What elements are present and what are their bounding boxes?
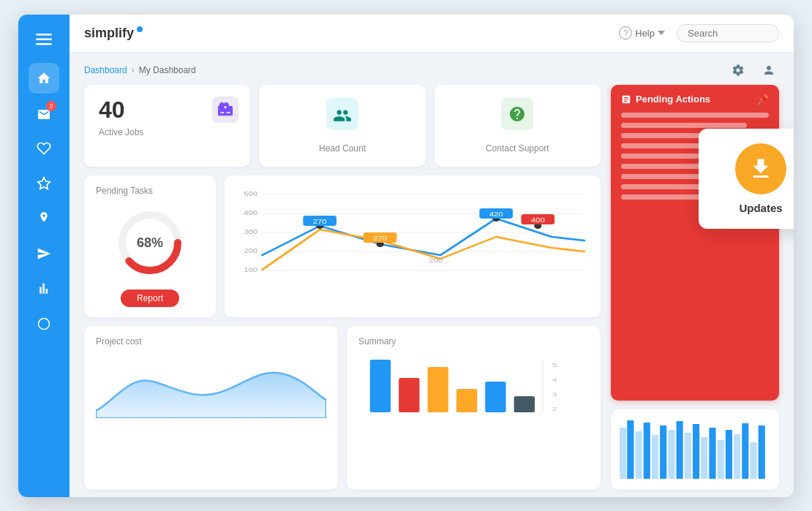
project-cost-card: Project cost [84, 326, 338, 490]
content: 40 Active Jobs Head Count [69, 85, 794, 497]
project-cost-title: Project cost [96, 336, 326, 347]
sidebar-item-favorites[interactable] [29, 133, 59, 164]
svg-marker-3 [38, 177, 50, 189]
right-panel: Pending Actions 📌 [611, 85, 779, 490]
breadcrumb-actions [728, 60, 779, 80]
svg-rect-54 [726, 430, 732, 479]
svg-text:100: 100 [244, 266, 257, 273]
svg-text:270: 270 [373, 235, 387, 242]
svg-rect-43 [635, 431, 642, 479]
breadcrumb: Dashboard › My Dashboard [84, 65, 196, 75]
action-line-8 [621, 184, 702, 189]
svg-rect-44 [644, 423, 650, 479]
pending-tasks-card: Pending Tasks 68% Report [84, 175, 216, 317]
svg-rect-50 [693, 424, 699, 479]
content-left: 40 Active Jobs Head Count [84, 85, 601, 490]
svg-text:420: 420 [489, 211, 503, 218]
svg-text:400: 400 [531, 216, 545, 224]
sidebar-item-mail[interactable]: 2 [29, 98, 59, 129]
svg-rect-45 [652, 435, 658, 479]
pending-tasks-title: Pending Tasks [96, 186, 153, 196]
mail-badge: 2 [46, 101, 56, 111]
svg-rect-49 [685, 433, 691, 479]
svg-rect-48 [677, 421, 683, 479]
svg-rect-2 [36, 43, 52, 45]
sidebar-item-location[interactable] [29, 203, 59, 234]
svg-rect-32 [428, 367, 448, 412]
contact-support-label: Contact Support [486, 143, 549, 154]
pending-actions-title: Pending Actions [621, 94, 710, 105]
svg-rect-53 [718, 440, 724, 479]
stat-cards-row: 40 Active Jobs Head Count [84, 85, 601, 167]
svg-text:5: 5 [552, 361, 557, 368]
sidebar-item-circle[interactable] [29, 309, 59, 339]
head-count-label: Head Count [319, 143, 366, 154]
main-area: simplify ? Help Dashboard › My Dashboard [69, 15, 794, 497]
svg-point-4 [39, 318, 50, 329]
svg-text:270: 270 [313, 218, 327, 225]
svg-text:300: 300 [244, 228, 257, 235]
svg-rect-1 [36, 38, 52, 40]
report-button[interactable]: Report [121, 289, 179, 307]
contact-support-icon [501, 98, 533, 130]
svg-text:2: 2 [552, 405, 557, 412]
svg-rect-47 [668, 430, 674, 479]
app-container: 2 simplify ? [18, 15, 794, 497]
help-circle-icon: ? [619, 26, 632, 39]
action-line-1 [621, 113, 769, 118]
summary-title: Summary [358, 336, 589, 347]
line-chart-card: 500 400 300 200 100 [225, 175, 601, 317]
contact-support-card: Contact Support [435, 85, 601, 167]
menu-icon[interactable] [30, 28, 58, 51]
sidebar: 2 [18, 15, 69, 497]
updates-label: Updates [739, 202, 782, 214]
svg-rect-55 [734, 434, 740, 479]
svg-rect-0 [36, 34, 52, 36]
svg-rect-33 [456, 389, 477, 412]
sidebar-item-analytics[interactable] [29, 273, 59, 304]
sidebar-item-home[interactable] [29, 63, 59, 94]
help-button[interactable]: ? Help [619, 26, 665, 39]
head-count-card: Head Count [259, 85, 425, 167]
active-jobs-label: Active Jobs [99, 127, 236, 137]
profile-button[interactable] [759, 60, 779, 80]
sidebar-item-star[interactable] [29, 168, 59, 199]
pending-actions-card: Pending Actions 📌 [611, 85, 779, 401]
breadcrumb-separator: › [132, 65, 135, 75]
logo-text: simplify [84, 26, 134, 41]
svg-rect-46 [660, 425, 666, 479]
breadcrumb-current: My Dashboard [139, 65, 196, 75]
head-count-icon [326, 98, 358, 130]
help-label: Help [635, 28, 655, 39]
mini-chart-card [611, 409, 779, 490]
svg-text:4: 4 [552, 376, 557, 382]
search-input[interactable] [677, 24, 779, 42]
bottom-row: Project cost [84, 326, 601, 490]
svg-rect-56 [742, 423, 748, 479]
svg-rect-52 [709, 428, 715, 479]
donut-chart: 68% [113, 206, 187, 279]
svg-text:200: 200 [429, 257, 443, 264]
action-line-2 [621, 123, 747, 128]
svg-rect-31 [399, 378, 419, 412]
logo: simplify [84, 26, 143, 41]
svg-rect-42 [627, 420, 634, 479]
svg-rect-57 [750, 442, 756, 479]
svg-rect-58 [759, 425, 765, 479]
active-jobs-icon [212, 96, 238, 123]
svg-rect-51 [701, 437, 707, 479]
sidebar-item-send[interactable] [29, 238, 59, 269]
svg-text:400: 400 [244, 209, 257, 216]
middle-row: Pending Tasks 68% Report [84, 175, 601, 317]
summary-card: Summary 5 4 3 [347, 326, 601, 490]
updates-card: Updates [699, 129, 794, 229]
settings-button[interactable] [728, 60, 748, 80]
active-jobs-card: 40 Active Jobs [84, 85, 250, 167]
svg-rect-35 [514, 396, 535, 412]
svg-rect-30 [370, 360, 391, 412]
pending-actions-header: Pending Actions 📌 [621, 94, 769, 105]
svg-text:3: 3 [552, 390, 557, 397]
breadcrumb-root[interactable]: Dashboard [84, 65, 127, 75]
topbar: simplify ? Help [69, 15, 794, 53]
svg-rect-41 [620, 428, 626, 479]
